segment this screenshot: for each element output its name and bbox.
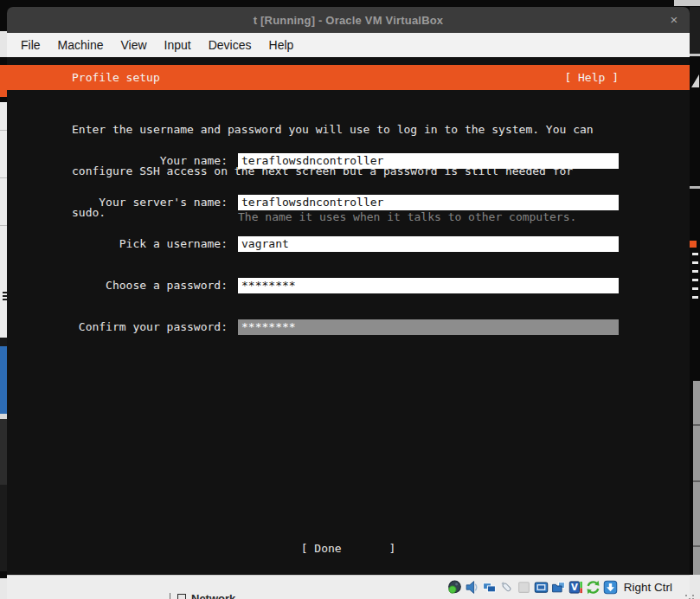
menu-help[interactable]: Help — [260, 35, 303, 55]
desktop-edge-artifact — [0, 102, 7, 338]
hard-disks-icon[interactable] — [447, 580, 462, 595]
done-button[interactable]: [ Done ] — [301, 542, 396, 555]
desktop-edge-artifact — [674, 0, 700, 6]
server-name-helper: The name it uses when it talks to other … — [238, 210, 576, 224]
background-partial-network-label: Network — [191, 593, 235, 599]
desktop-edge-artifact — [0, 419, 7, 485]
username-label: Pick a username: — [7, 236, 228, 252]
desktop-edge-artifact — [0, 177, 7, 178]
desktop-edge-artifact — [0, 130, 7, 131]
host-key-label: Right Ctrl — [624, 581, 672, 594]
password-input[interactable]: ******** — [238, 278, 619, 293]
menu-input[interactable]: Input — [156, 35, 200, 55]
network-icon[interactable] — [482, 580, 497, 595]
guest-console[interactable]: Profile setup [ Help ] Enter the usernam… — [7, 57, 690, 575]
desktop: Network t [Running] - Oracle VM VirtualB… — [0, 0, 700, 599]
resize-grip[interactable] — [685, 595, 687, 596]
mouse-integration-icon[interactable] — [586, 580, 600, 595]
audio-icon[interactable] — [465, 580, 479, 595]
desktop-edge-artifact — [690, 575, 700, 599]
close-icon[interactable]: × — [664, 10, 684, 30]
window-title: t [Running] - Oracle VM VirtualBox — [254, 14, 444, 27]
confirm-password-input[interactable]: ******** — [238, 319, 619, 335]
desktop-edge-artifact — [0, 485, 7, 571]
desktop-edge-artifact — [690, 54, 700, 56]
menu-view[interactable]: View — [112, 35, 155, 55]
statusbar: V Right Ctrl — [7, 575, 690, 599]
confirm-password-label: Confirm your password: — [7, 319, 228, 335]
your-name-input[interactable]: teraflowsdncontroller — [238, 153, 619, 169]
desktop-edge-artifact — [690, 241, 697, 248]
cursor-artifact — [691, 74, 699, 87]
display-icon[interactable] — [534, 580, 549, 595]
password-label: Choose a password: — [7, 278, 228, 293]
page-title: Profile setup — [72, 71, 160, 84]
desktop-edge-artifact — [0, 65, 7, 97]
username-input[interactable]: vagrant — [238, 236, 619, 252]
desktop-edge-artifact — [693, 381, 700, 599]
features-icon[interactable]: V — [568, 580, 583, 595]
desktop-edge-artifact — [0, 578, 7, 599]
done-row: [ Done ] — [7, 542, 690, 555]
menu-machine[interactable]: Machine — [49, 35, 112, 55]
titlebar[interactable]: t [Running] - Oracle VM VirtualBox × — [7, 7, 690, 33]
svg-text:V: V — [571, 583, 578, 592]
network-thumbnail-icon — [177, 594, 186, 599]
server-name-label: Your server's name: — [7, 195, 228, 210]
menu-devices[interactable]: Devices — [200, 35, 260, 55]
field-row-password: Choose a password: ******** — [7, 278, 690, 293]
intro-text: Enter the username and password you will… — [72, 95, 594, 248]
background-partial-network: Network — [170, 593, 265, 599]
desktop-edge-artifact — [0, 225, 7, 226]
field-row-username: Pick a username: vagrant — [7, 236, 690, 252]
floppy-icon[interactable] — [517, 580, 531, 595]
desktop-edge-artifact — [692, 253, 698, 255]
desktop-edge-artifact — [690, 7, 700, 54]
shared-folders-icon[interactable] — [551, 580, 566, 595]
field-row-server-name: Your server's name: teraflowsdncontrolle… — [7, 195, 690, 210]
usb-icon[interactable] — [499, 580, 514, 595]
server-name-input[interactable]: teraflowsdncontroller — [238, 195, 619, 210]
desktop-edge-artifact — [0, 31, 7, 57]
desktop-edge-artifact — [690, 186, 700, 189]
virtualbox-window: t [Running] - Oracle VM VirtualBox × Fil… — [7, 7, 690, 599]
your-name-label: Your name: — [7, 153, 228, 169]
desktop-edge-artifact — [693, 424, 700, 426]
help-button[interactable]: [ Help ] — [564, 65, 619, 90]
keyboard-icon[interactable] — [603, 580, 618, 595]
field-row-your-name: Your name: teraflowsdncontroller — [7, 153, 690, 169]
installer-header: Profile setup [ Help ] — [7, 65, 690, 90]
field-row-confirm-password: Confirm your password: ******** — [7, 319, 690, 335]
menu-file[interactable]: File — [12, 35, 49, 55]
menubar: File Machine View Input Devices Help — [7, 33, 690, 57]
intro-line: Enter the username and password you will… — [72, 123, 594, 137]
desktop-edge-artifact — [0, 338, 7, 346]
